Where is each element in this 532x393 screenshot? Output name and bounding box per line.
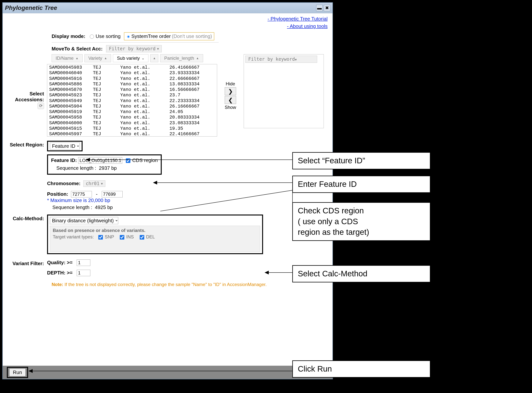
feature-id-box: Feature ID: CDS region Sequence length :…	[47, 154, 162, 175]
variant-filter-label: Variant Filter:	[8, 260, 47, 266]
run-box: Run	[7, 367, 28, 378]
chromosome-label: Chromosome:	[47, 181, 80, 186]
position-note: * Maximum size is 20,000 bp	[47, 197, 328, 203]
list-item[interactable]: SAMD00045915 TEJ Yano et.al. 19.35	[49, 126, 215, 131]
about-link[interactable]: - About using tools	[3, 23, 328, 30]
callout-calc: Select Calc-Method	[292, 265, 430, 282]
hide-label: Hide	[226, 81, 235, 87]
system-tree-radio[interactable]: SystemTree order(Don't use sorting)	[124, 32, 214, 40]
arrow-line	[89, 160, 292, 160]
chevron-right-icon: ❯	[228, 88, 233, 95]
footer-bar: Run	[3, 366, 333, 379]
list-item[interactable]: SAMD00045904 TEJ Yano et.al. 26.16666667	[49, 103, 215, 109]
arrow-head-icon	[86, 158, 90, 162]
dropdown-icon: ▼	[157, 47, 159, 51]
callout-select-feature: Select “Feature ID”	[292, 152, 430, 169]
list-item[interactable]: SAMD00045870 TEJ Yano et.al. 16.56666667	[49, 87, 215, 92]
cds-checkbox[interactable]	[126, 158, 130, 163]
position-label: Position:	[47, 191, 68, 197]
seq-length-2: 4925 bp	[95, 204, 113, 210]
seq-length-1: 2937 bp	[99, 165, 117, 171]
select-accessions-label: Select Accessions: ⟳	[8, 64, 47, 115]
arrow-head-icon	[29, 369, 33, 373]
show-label: Show	[225, 105, 236, 110]
arrow-head-icon	[265, 271, 269, 275]
chevron-left-icon: ❮	[228, 97, 233, 103]
list-item[interactable]: SAMD00046040 TEJ Yano et.al. 23.93333334	[49, 70, 215, 76]
hide-show-controls: Hide ❯ ❮ Show	[221, 81, 240, 110]
arrow-line	[157, 182, 292, 183]
minimize-button[interactable]: ▬	[316, 5, 323, 11]
moveto-filter[interactable]: Filter by keyword▼	[106, 45, 162, 52]
arrow-line	[32, 371, 292, 371]
calc-desc: Based on presence or absence of variants…	[50, 226, 260, 252]
cds-label: CDS region	[132, 157, 158, 163]
col-idname[interactable]: ID/Name ▲	[52, 54, 83, 62]
close-button[interactable]: ✖	[324, 5, 330, 11]
position-to-input[interactable]	[102, 191, 123, 197]
arrow-head-icon	[153, 181, 157, 185]
snp-checkbox[interactable]	[98, 235, 103, 240]
note-text: Note: If the tree is not displayed corre…	[52, 282, 328, 287]
list-item[interactable]: SAMD00046000 TEJ Yano et.al. 23.08333334	[49, 120, 215, 126]
minimize-icon: ▬	[317, 5, 322, 11]
dropdown-icon: ▼	[101, 182, 103, 186]
accessions-list[interactable]: SAMD00045983 TEJ Yano et.al. 26.41666667…	[47, 64, 217, 137]
help-links: - Phylogenetic Tree Tutorial - About usi…	[3, 13, 333, 31]
feature-id-input[interactable]	[78, 157, 122, 164]
callout-cds: Check CDS region ( use only a CDS region…	[292, 202, 430, 241]
calc-method-select[interactable]: Binary distance (lightweight)	[50, 217, 118, 224]
del-checkbox[interactable]	[140, 235, 144, 240]
titlebar: Phylogenetic Tree ▬ ✖	[3, 3, 333, 13]
list-item[interactable]: SAMD00045983 TEJ Yano et.al. 26.41666667	[49, 65, 215, 70]
list-item[interactable]: SAMD00045886 TEJ Yano et.al. 13.08333334	[49, 81, 215, 87]
hide-button[interactable]: ❯	[225, 87, 236, 95]
phylogenetic-tree-window: Phylogenetic Tree ▬ ✖ - Phylogenetic Tre…	[2, 2, 333, 379]
quality-label: Quality: >=	[47, 260, 73, 265]
show-button[interactable]: ❮	[225, 96, 236, 104]
depth-input[interactable]	[77, 270, 90, 276]
moveto-row: MoveTo & Select Acc: Filter by keyword▼	[52, 45, 328, 52]
calc-method-label: Calc-Method:	[8, 215, 47, 221]
list-item[interactable]: SAMD00045949 TEJ Yano et.al. 22.23333334	[49, 98, 215, 103]
arrow-line	[268, 272, 292, 273]
region-mode-box: Feature ID	[47, 141, 83, 151]
list-item[interactable]: SAMD00045923 TEJ Yano et.al. 23.7	[49, 92, 215, 98]
select-region-label: Select Region:	[8, 141, 47, 148]
close-icon: ✖	[325, 5, 329, 11]
refresh-icon: ⟳	[39, 103, 43, 108]
depth-label: DEPTH: >=	[47, 270, 73, 275]
display-mode-row: Display mode: Use sorting SystemTree ord…	[52, 32, 328, 40]
quality-input[interactable]	[77, 260, 90, 266]
col-subvariety[interactable]: Sub variety ⌄	[113, 54, 149, 62]
tutorial-link[interactable]: - Phylogenetic Tree Tutorial	[3, 15, 328, 23]
col-variety[interactable]: Variety ▲	[85, 54, 111, 62]
region-mode-select[interactable]: Feature ID	[50, 142, 80, 150]
list-item[interactable]: SAMD00045958 TEJ Yano et.al. 20.88333334	[49, 115, 215, 120]
arrow-line	[292, 190, 293, 210]
system-tree-radio-input[interactable]	[127, 35, 130, 38]
display-mode-label: Display mode:	[52, 33, 85, 39]
moveto-label: MoveTo & Select Acc:	[52, 46, 103, 52]
col-sort-sub[interactable]: ▲	[150, 54, 158, 62]
hidden-accessions-list[interactable]: Filter by keyword▼	[244, 54, 324, 128]
refresh-button[interactable]: ⟳	[38, 103, 44, 109]
calc-method-box: Binary distance (lightweight) Based on p…	[47, 215, 263, 254]
window-title: Phylogenetic Tree	[5, 4, 57, 11]
list-item[interactable]: SAMD00045997 TEJ Yano et.al. 22.41666667	[49, 131, 215, 137]
run-button[interactable]: Run	[9, 368, 26, 376]
feature-id-label: Feature ID:	[51, 157, 77, 163]
position-from-input[interactable]	[71, 191, 92, 197]
col-panicle[interactable]: Panicle_length ▲	[160, 54, 203, 62]
list-item[interactable]: SAMD00045919 TEJ Yano et.al. 24.05	[49, 109, 215, 115]
dropdown-icon: ▼	[295, 58, 297, 61]
ins-checkbox[interactable]	[120, 235, 124, 240]
hidden-filter[interactable]: Filter by keyword▼	[245, 56, 317, 63]
use-sorting-radio[interactable]: Use sorting	[89, 33, 121, 39]
use-sorting-radio-input[interactable]	[90, 34, 94, 39]
callout-run: Click Run	[292, 360, 430, 378]
chromosome-select[interactable]: chr01 ▼	[83, 180, 105, 187]
callout-enter-feature: Enter Feature ID	[292, 176, 430, 193]
list-item[interactable]: SAMD00045916 TEJ Yano et.al. 22.66666667	[49, 76, 215, 81]
